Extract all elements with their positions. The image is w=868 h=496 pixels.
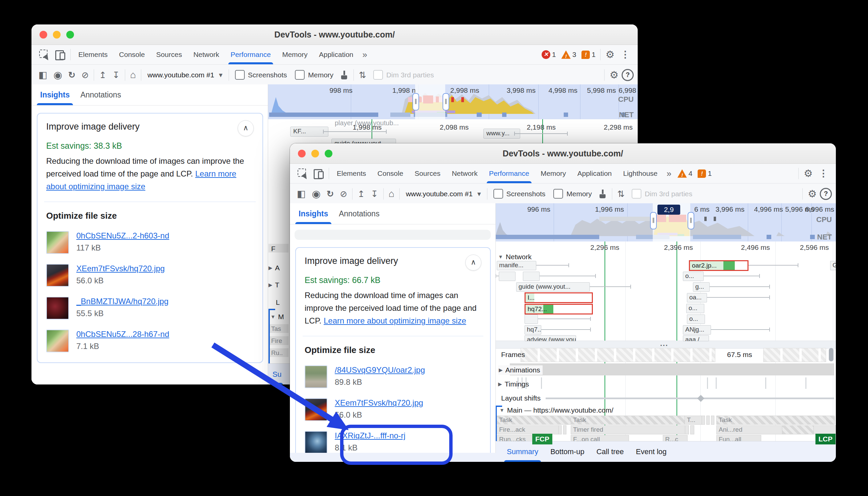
bottom-tab[interactable]: Bottom-up xyxy=(544,441,591,462)
close-button[interactable] xyxy=(39,31,47,38)
main-track-label[interactable]: Main — https://www.youtube.com/ xyxy=(499,406,613,414)
scrollbar-thumb[interactable] xyxy=(829,348,834,361)
frames-track-label[interactable]: F xyxy=(271,245,275,253)
selection-handle-right[interactable] xyxy=(443,93,449,110)
collapse-insight-button[interactable] xyxy=(238,120,254,136)
task-bar[interactable]: Fun...all xyxy=(717,435,761,441)
network-request[interactable]: G xyxy=(830,261,836,270)
minimize-button[interactable] xyxy=(53,31,61,38)
devtools-tab[interactable]: Performance xyxy=(225,45,276,64)
devtools-tab[interactable]: Network xyxy=(446,164,483,183)
toggle-sidebar-icon[interactable] xyxy=(35,70,50,80)
task-bar[interactable]: Task xyxy=(717,416,835,425)
home-icon[interactable] xyxy=(386,189,398,199)
screenshots-checkbox[interactable]: Screenshots xyxy=(494,189,546,199)
load-profile-icon[interactable] xyxy=(96,71,110,79)
reload-and-record-button[interactable] xyxy=(324,189,337,198)
save-profile-icon[interactable] xyxy=(368,189,381,198)
devtools-tab[interactable]: Console xyxy=(372,164,409,183)
issues-badge[interactable]: 1 xyxy=(581,50,595,59)
network-request[interactable] xyxy=(525,314,538,324)
layout-shifts-track-label[interactable]: L xyxy=(276,298,280,307)
kebab-menu-icon[interactable] xyxy=(617,50,633,59)
collapse-insight-button[interactable] xyxy=(465,254,481,270)
record-button[interactable] xyxy=(50,70,65,80)
collapse-tracks-icon[interactable] xyxy=(614,189,628,198)
overview-selection[interactable] xyxy=(415,84,445,119)
network-request-chip[interactable]: KF... xyxy=(290,127,328,137)
more-tabs-icon[interactable]: » xyxy=(663,169,675,179)
network-request[interactable]: oa... xyxy=(687,293,707,303)
zoom-button[interactable] xyxy=(325,150,333,157)
console-errors-badge[interactable]: 1 xyxy=(542,50,556,59)
task-bar[interactable]: Fire...ack xyxy=(497,425,560,434)
file-link[interactable]: XEem7tFSvsk/hq720.jpg xyxy=(76,264,165,273)
file-link[interactable]: /84USvqG9YQU/oar2.jpg xyxy=(335,366,425,375)
collapse-tracks-icon[interactable] xyxy=(356,71,369,79)
collapsed-insight-card[interactable] xyxy=(294,230,491,240)
sidebar-tab[interactable]: Annotations xyxy=(75,84,126,105)
task-bar[interactable]: F...on call xyxy=(571,435,629,441)
sidebar-tab[interactable]: Insights xyxy=(293,203,333,224)
file-link[interactable]: XEem7tFSvsk/hq720.jpg xyxy=(335,398,423,407)
history-select[interactable]: www.youtube.com #1 xyxy=(402,190,485,198)
bottom-tab[interactable]: Summary xyxy=(501,441,544,462)
task-bar[interactable] xyxy=(814,425,836,434)
fcp-marker[interactable]: FCP xyxy=(532,434,552,445)
network-request[interactable]: aaa./ xyxy=(683,335,709,341)
network-request[interactable]: manife... xyxy=(497,261,536,270)
inspect-element-icon[interactable] xyxy=(38,49,50,61)
task-bar[interactable]: Task xyxy=(571,416,688,425)
animations-strip[interactable] xyxy=(510,363,834,375)
network-request[interactable]: guide (www.yout... xyxy=(516,282,590,292)
animations-track-label[interactable]: Animations xyxy=(498,366,543,375)
network-request[interactable]: hq7... xyxy=(525,325,541,335)
network-request[interactable]: adview (www.youtub xyxy=(525,335,576,341)
devtools-tab[interactable]: Application xyxy=(313,45,359,64)
clear-brush-icon[interactable] xyxy=(599,189,607,198)
inspect-element-icon[interactable] xyxy=(296,168,309,180)
expand-network-icon[interactable]: ... xyxy=(660,339,668,348)
layout-shifts-track-label[interactable]: Layout shifts xyxy=(501,394,541,402)
screenshots-checkbox[interactable]: Screenshots xyxy=(235,70,287,80)
file-link[interactable]: 0hCbSENu5Z...2-h603-nd xyxy=(76,231,170,241)
devtools-tab[interactable]: Application xyxy=(572,164,617,183)
file-link[interactable]: 0hCbSENu5Z...28-h67-nd xyxy=(76,329,170,339)
clear-recording-button[interactable] xyxy=(337,189,350,198)
devtools-tab[interactable]: Console xyxy=(113,45,151,64)
settings-gear-icon[interactable] xyxy=(602,50,617,60)
frames-strip[interactable] xyxy=(763,348,826,362)
timeline-overview[interactable]: 998 ms 1,998 n 2,998 ms 3,998 ms 4,998 m… xyxy=(268,84,638,120)
timeline-overview[interactable]: 996 ms 1,996 ms 2,9 6 ms 3,996 ms 4,996 … xyxy=(490,203,836,242)
task-bar[interactable]: R...c xyxy=(663,435,688,441)
devtools-tab[interactable]: Memory xyxy=(276,45,313,64)
reload-and-record-button[interactable] xyxy=(65,71,79,79)
clear-recording-button[interactable] xyxy=(78,71,92,79)
selection-handle-right[interactable] xyxy=(688,212,694,229)
device-toolbar-icon[interactable] xyxy=(54,49,66,61)
capture-settings-gear-icon[interactable] xyxy=(607,70,622,80)
network-track-label[interactable]: Network xyxy=(498,253,532,261)
close-button[interactable] xyxy=(298,150,306,157)
toggle-sidebar-icon[interactable] xyxy=(294,189,309,199)
minimize-button[interactable] xyxy=(311,150,319,157)
animations-track-label[interactable]: A xyxy=(269,264,280,272)
devtools-tab[interactable]: Lighthouse xyxy=(617,164,663,183)
network-request[interactable]: o... xyxy=(683,272,704,281)
timeline-detail[interactable]: 2,296 ms 2,396 ms 2,496 ms 2,596 ms Netw… xyxy=(495,242,836,441)
task-bar[interactable]: Ani...red xyxy=(717,425,785,434)
task-bar[interactable] xyxy=(782,425,816,434)
devtools-tab[interactable]: Sources xyxy=(151,45,188,64)
network-request-highlighted[interactable]: oar2.jp... xyxy=(689,260,749,271)
task-bar[interactable]: Timer fired xyxy=(571,425,688,434)
devtools-tab[interactable]: Elements xyxy=(331,164,372,183)
tab-summary[interactable]: Su xyxy=(268,364,286,385)
settings-gear-icon[interactable] xyxy=(801,169,816,179)
capture-settings-gear-icon[interactable] xyxy=(805,189,820,199)
zoom-button[interactable] xyxy=(66,31,74,38)
memory-checkbox[interactable]: Memory xyxy=(295,70,333,80)
file-link[interactable]: _BnBMZTlJWA/hq720.jpg xyxy=(76,297,168,306)
home-icon[interactable] xyxy=(127,70,139,80)
network-request-highlighted[interactable]: I... xyxy=(525,292,593,303)
clear-brush-icon[interactable] xyxy=(341,71,348,79)
